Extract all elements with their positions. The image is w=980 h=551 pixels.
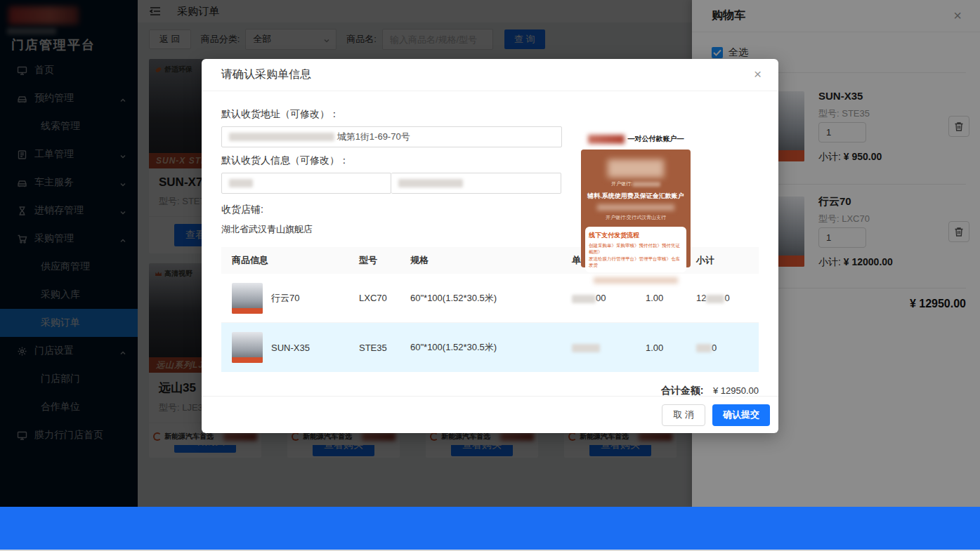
poster-flow-box: 线下支付发货流程 创建采购单》采购审核》预付付款》预付凭证截图》 发送给膜力行管… (585, 227, 686, 272)
row-model: STE35 (359, 343, 410, 353)
redacted-text (572, 295, 596, 303)
row-model: LXC70 (359, 293, 410, 303)
close-icon[interactable]: × (754, 67, 762, 81)
redacted-text (398, 179, 463, 187)
payment-account-poster: —对公付款账户— 开户银行: 辅料.系统使用费及保证金汇款账户 开户银行:交行武… (580, 134, 692, 267)
column-header: 型号 (359, 254, 410, 267)
poster-header-text: —对公付款账户— (628, 134, 684, 144)
redacted-text (229, 179, 253, 187)
modal-title: 请确认采购单信息 (221, 67, 311, 82)
modal-header: 请确认采购单信息 × (202, 59, 778, 91)
column-header: 小计 (696, 254, 759, 267)
row-qty: 1.00 (646, 293, 696, 303)
poster-blur-block (597, 204, 674, 211)
poster-card: 开户银行: 辅料.系统使用费及保证金汇款账户 开户银行:交行武汉青山支行 线下支… (581, 150, 691, 267)
cancel-button[interactable]: 取 消 (662, 404, 705, 426)
poster-bank-line: 开户银行: (611, 181, 632, 186)
poster-flow-title: 线下支付发货流程 (589, 231, 683, 240)
table-row[interactable]: 行云70 LXC70 60"*100(1.52*30.5米) 00 1.00 1… (221, 274, 759, 323)
order-total-value: ¥ 12950.00 (713, 385, 759, 396)
redacted-text (696, 344, 712, 352)
address-input[interactable]: 城第1街1-69-70号 (221, 126, 562, 147)
row-qty: 1.00 (646, 343, 696, 353)
order-total-label: 合计金额: (661, 385, 704, 396)
row-subtotal: 0 (696, 343, 759, 353)
confirm-order-modal: 请确认采购单信息 × —对公付款账户— 开户银行: 辅料.系统使用费及保证金汇款… (202, 59, 778, 433)
poster-blur-block (608, 159, 664, 178)
receiver-phone-input[interactable] (391, 173, 561, 194)
row-spec: 60"*100(1.52*30.5米) (410, 341, 572, 354)
product-thumbnail (232, 283, 263, 314)
poster-account-title: 辅料.系统使用费及保证金汇款账户 (585, 192, 686, 201)
table-row-selected[interactable]: SUN-X35 STE35 60"*100(1.52*30.5米) 1.00 0 (221, 323, 759, 372)
row-product-name: SUN-X35 (271, 343, 310, 353)
address-label: 默认收货地址（可修改）： (221, 108, 759, 121)
redacted-text (632, 182, 660, 187)
product-thumbnail (232, 332, 263, 363)
modal-body: —对公付款账户— 开户银行: 辅料.系统使用费及保证金汇款账户 开户银行:交行武… (202, 91, 778, 397)
poster-bank-line2: 开户银行:交行武汉青山支行 (585, 214, 686, 221)
column-header: 规格 (410, 254, 572, 267)
address-visible-text: 城第1街1-69-70号 (337, 131, 410, 143)
poster-flow-line: 创建采购单》采购审核》预付付款》预付凭证截图》 (589, 242, 683, 255)
redacted-text (229, 133, 334, 141)
receiver-name-input[interactable] (221, 173, 391, 194)
poster-blur-block (594, 277, 678, 284)
row-unit-price (572, 343, 646, 353)
poster-logo (588, 135, 625, 144)
bottom-blue-bar (0, 507, 980, 550)
modal-footer: 取 消 确认提交 (202, 396, 778, 433)
confirm-submit-button[interactable]: 确认提交 (712, 404, 770, 426)
row-unit-price: 00 (572, 293, 646, 303)
row-subtotal: 120 (696, 293, 759, 303)
column-header: 商品信息 (221, 254, 359, 267)
redacted-text (572, 344, 600, 352)
poster-flow-line: 发送给膜力行管理平台》管理平台审核》仓库发货 (589, 255, 683, 268)
redacted-text (706, 295, 724, 303)
row-product-name: 行云70 (271, 292, 299, 305)
row-spec: 60"*100(1.52*30.5米) (410, 292, 572, 305)
